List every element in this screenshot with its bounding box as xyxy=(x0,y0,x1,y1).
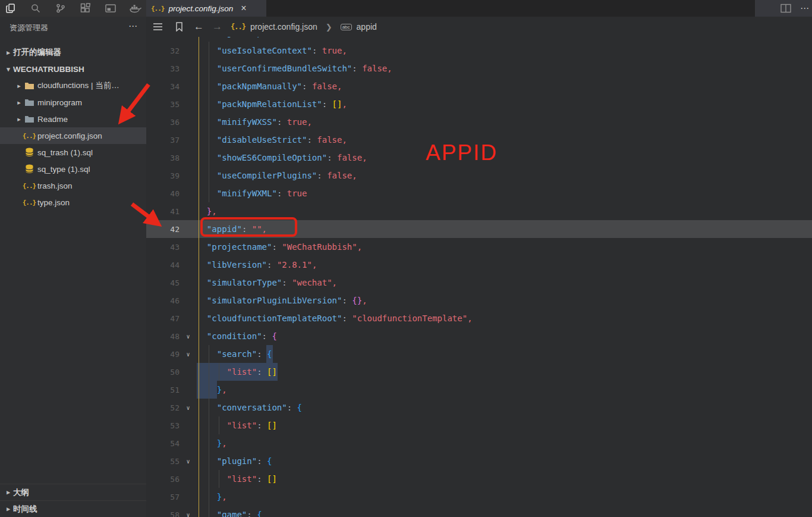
more-actions-icon[interactable]: ⋯ xyxy=(800,3,810,14)
sidebar-bottom-sections: ▸大纲▸时间线 xyxy=(0,484,146,517)
code-text: "simulatorPluginLibVersion": {}, xyxy=(197,296,367,305)
tree-section-workspace[interactable]: ▾WECHATRUBBISH xyxy=(0,61,146,77)
code-line-33[interactable]: 33 "userConfirmedBundleSwitch": false, xyxy=(146,59,812,77)
line-number: 57 xyxy=(146,493,180,502)
line-number: 58 xyxy=(146,510,180,517)
outline-list-icon[interactable] xyxy=(151,23,164,31)
activity-bar xyxy=(0,0,146,17)
tab-label: project.config.json xyxy=(169,4,234,13)
code-line-53[interactable]: 53 "list": [] xyxy=(146,416,812,434)
sidebar-section-timeline[interactable]: ▸时间线 xyxy=(0,500,146,517)
tree-item-sq-type-1-sql[interactable]: sq_type (1).sql xyxy=(0,161,146,177)
code-text: "minifyWXSS": true, xyxy=(197,117,312,127)
code-line-56[interactable]: 56 "list": [] xyxy=(146,470,812,488)
remote-window-icon[interactable] xyxy=(105,2,117,14)
code-line-34[interactable]: 34 "packNpmManually": false, xyxy=(146,77,812,95)
fold-icon[interactable]: ∨ xyxy=(180,405,197,411)
sidebar-section-outline[interactable]: ▸大纲 xyxy=(0,484,146,500)
appid-annotation-text: APPID xyxy=(426,140,498,165)
code-line-54[interactable]: 54 }, xyxy=(146,434,812,452)
line-number: 49 xyxy=(146,350,180,359)
code-line-46[interactable]: 46 "simulatorPluginLibVersion": {}, xyxy=(146,292,812,309)
tree-section-open-editors[interactable]: ▸打开的编辑器 xyxy=(0,44,146,61)
docker-icon[interactable] xyxy=(130,2,141,14)
files-icon[interactable] xyxy=(5,2,17,14)
code-text: "projectname": "WeChatRubbish", xyxy=(197,242,362,252)
close-tab-icon[interactable]: × xyxy=(241,4,246,13)
fold-icon[interactable]: ∨ xyxy=(180,512,197,517)
code-line-43[interactable]: 43 "projectname": "WeChatRubbish", xyxy=(146,238,812,256)
split-editor-icon[interactable] xyxy=(780,2,792,14)
code-text: "useIsolateContext": true, xyxy=(197,46,347,55)
code-line-40[interactable]: 40 "minifyWXML": true xyxy=(146,184,812,202)
line-number: 52 xyxy=(146,403,180,412)
code-line-58[interactable]: 58∨ "game": { xyxy=(146,506,812,517)
line-number: 45 xyxy=(146,278,180,287)
code-line-47[interactable]: 47 "cloudfunctionTemplateRoot": "cloudfu… xyxy=(146,309,812,327)
bookmark-icon[interactable] xyxy=(172,22,185,32)
fold-icon[interactable]: ∨ xyxy=(180,333,197,340)
explorer-title: 资源管理器 xyxy=(10,23,48,33)
code-line-44[interactable]: 44 "libVersion": "2.8.1", xyxy=(146,256,812,274)
nav-forward-icon[interactable]: → xyxy=(212,21,222,33)
line-number: 33 xyxy=(146,64,180,73)
line-number: 46 xyxy=(146,296,180,305)
extensions-icon[interactable] xyxy=(80,2,92,14)
line-number: 38 xyxy=(146,153,180,162)
line-number: 53 xyxy=(146,421,180,430)
code-line-51[interactable]: 51 }, xyxy=(146,381,812,399)
nav-back-icon[interactable]: ← xyxy=(194,21,204,33)
json-file-icon: {..} xyxy=(231,23,246,31)
code-line-39[interactable]: 39 "useCompilerPlugins": false, xyxy=(146,167,812,184)
tree-item-type-json[interactable]: {..}type.json xyxy=(0,194,146,211)
editor-actions: ⋯ xyxy=(755,0,812,17)
code-text: "useCompilerPlugins": false, xyxy=(197,171,357,180)
string-symbol-icon: abc xyxy=(341,24,352,30)
code-line-50[interactable]: 50 "list": [] xyxy=(146,363,812,381)
fold-icon[interactable]: ∨ xyxy=(180,351,197,358)
code-text: "list": [] xyxy=(197,367,277,377)
code-line-49[interactable]: 49∨ "search": { xyxy=(146,345,812,363)
code-line-52[interactable]: 52∨ "conversation": { xyxy=(146,399,812,416)
line-number: 56 xyxy=(146,475,180,484)
code-text: "cloudfunctionTemplateRoot": "cloudfunct… xyxy=(197,314,473,323)
code-text: "packNpmManually": false, xyxy=(197,82,342,91)
breadcrumb-symbol[interactable]: appid xyxy=(357,22,377,32)
code-area[interactable]: 31 "ignoreUploadUnusedFiles": true,32 "u… xyxy=(146,24,812,517)
title-bar: {..} project.config.json × ⋯ xyxy=(0,0,812,17)
tab-project-config-json[interactable]: {..} project.config.json × xyxy=(146,0,266,17)
code-text: "condition": { xyxy=(197,331,277,341)
line-number: 48 xyxy=(146,332,180,341)
code-text: "libVersion": "2.8.1", xyxy=(197,260,317,270)
code-line-35[interactable]: 35 "packNpmRelationList": [], xyxy=(146,95,812,113)
code-line-48[interactable]: 48∨ "condition": { xyxy=(146,327,812,345)
explorer-more-icon[interactable]: ⋯ xyxy=(128,21,138,32)
search-icon[interactable] xyxy=(30,2,42,14)
line-number: 40 xyxy=(146,189,180,198)
chevron-icon: ▸ xyxy=(4,488,13,496)
tree-item-sq-trash-1-sql[interactable]: sq_trash (1).sql xyxy=(0,144,146,161)
editor-pane[interactable]: 31 "ignoreUploadUnusedFiles": true,32 "u… xyxy=(146,17,812,517)
fold-icon[interactable]: ∨ xyxy=(180,458,197,465)
line-number: 50 xyxy=(146,368,180,377)
code-line-55[interactable]: 55∨ "plugin": { xyxy=(146,452,812,470)
tree-item-trash-json[interactable]: {..}trash.json xyxy=(0,177,146,194)
code-line-32[interactable]: 32 "useIsolateContext": true, xyxy=(146,42,812,59)
source-control-icon[interactable] xyxy=(55,2,67,14)
code-line-36[interactable]: 36 "minifyWXSS": true, xyxy=(146,113,812,131)
breadcrumb-file[interactable]: project.config.json xyxy=(250,22,317,32)
code-text: "plugin": { xyxy=(197,456,272,466)
breadcrumb-separator: ❯ xyxy=(326,23,332,32)
explorer-header: 资源管理器 ⋯ xyxy=(0,17,146,44)
code-line-45[interactable]: 45 "simulatorType": "wechat", xyxy=(146,274,812,292)
appid-highlight-box xyxy=(200,217,297,237)
code-text: "packNpmRelationList": [], xyxy=(197,99,347,109)
line-number: 55 xyxy=(146,457,180,466)
line-number: 39 xyxy=(146,171,180,180)
red-arrow-to-line-42 xyxy=(128,200,171,237)
chevron-icon: ▸ xyxy=(14,99,24,106)
line-number: 47 xyxy=(146,314,180,323)
folder-icon xyxy=(24,115,34,123)
code-line-57[interactable]: 57 }, xyxy=(146,488,812,506)
db-icon xyxy=(24,164,34,174)
